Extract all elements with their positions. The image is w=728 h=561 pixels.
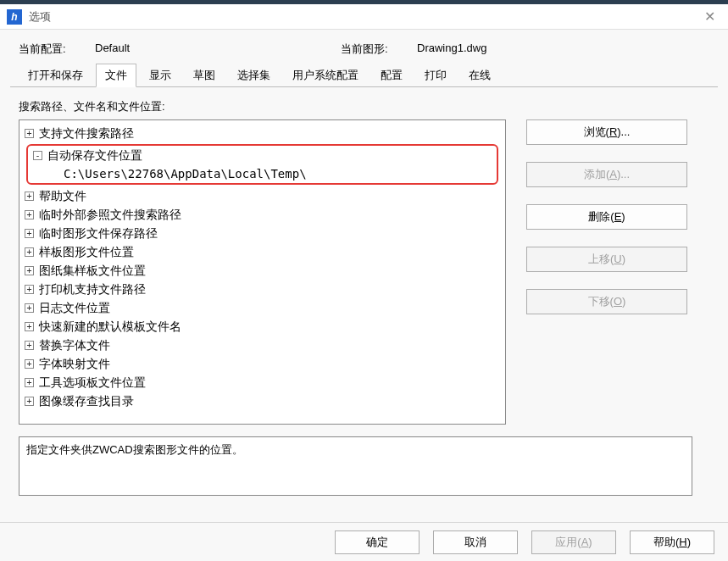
tree-item[interactable]: + 工具选项板文件位置 <box>21 373 503 392</box>
tree-item-label: 临时图形文件保存路径 <box>37 224 158 242</box>
expand-icon[interactable]: + <box>25 397 34 406</box>
tree-item-label: 日志文件位置 <box>37 298 110 317</box>
expand-icon[interactable]: + <box>25 247 34 257</box>
tree-item-label: 打印机支持文件路径 <box>37 280 146 298</box>
dialog-footer: 确定 取消 应用(A) 帮助(H) <box>0 522 728 561</box>
section-label: 搜索路径、文件名和文件位置: <box>19 99 709 114</box>
highlighted-item: - 自动保存文件位置 C:\Users\22768\AppData\Local\… <box>26 144 498 185</box>
tree-item-label: 样板图形文件位置 <box>37 242 134 261</box>
description-box: 指定文件夹供ZWCAD搜索图形文件的位置。 <box>19 436 692 496</box>
titlebar: h 选项 ✕ <box>0 4 728 30</box>
tree-item-label: 图纸集样板文件位置 <box>37 261 146 280</box>
tree-item[interactable]: + 图像缓存查找目录 <box>21 392 503 410</box>
tab-user-prefs[interactable]: 用户系统配置 <box>283 64 368 87</box>
current-profile-value: Default <box>95 42 341 57</box>
close-icon[interactable]: ✕ <box>699 8 720 25</box>
add-button: 添加(A)... <box>526 162 687 187</box>
current-drawing-label: 当前图形: <box>341 42 417 57</box>
tab-bar: 打开和保存 文件 显示 草图 选择集 用户系统配置 配置 打印 在线 <box>10 64 718 87</box>
expand-icon[interactable]: + <box>25 378 34 387</box>
expand-icon[interactable]: + <box>25 210 34 219</box>
tree-item[interactable]: + 字体映射文件 <box>21 354 503 373</box>
expand-icon[interactable]: + <box>25 285 34 294</box>
tree-item[interactable]: + 临时图形文件保存路径 <box>21 224 503 242</box>
current-drawing-value: Drawing1.dwg <box>417 42 486 57</box>
tab-config[interactable]: 配置 <box>371 64 412 87</box>
current-profile-label: 当前配置: <box>19 42 95 57</box>
tab-online[interactable]: 在线 <box>459 64 500 87</box>
tree-item[interactable]: - 自动保存文件位置 <box>30 146 495 164</box>
expand-icon[interactable]: + <box>25 303 34 313</box>
expand-icon[interactable]: + <box>25 129 34 138</box>
expand-icon[interactable]: + <box>25 266 34 275</box>
expand-icon[interactable]: + <box>25 229 34 238</box>
tree-item-label: 快速新建的默认模板文件名 <box>37 317 181 336</box>
file-paths-tree[interactable]: + 支持文件搜索路径 - 自动保存文件位置 C:\Users\22768\App… <box>19 119 506 425</box>
description-text: 指定文件夹供ZWCAD搜索图形文件的位置。 <box>26 443 243 456</box>
tab-selection[interactable]: 选择集 <box>228 64 280 87</box>
tree-item[interactable]: + 临时外部参照文件搜索路径 <box>21 205 503 224</box>
tree-item-label: 临时外部参照文件搜索路径 <box>37 205 181 224</box>
tree-item-label: 工具选项板文件位置 <box>37 373 146 392</box>
remove-button[interactable]: 删除(E) <box>526 204 687 230</box>
tree-item[interactable]: + 日志文件位置 <box>21 298 503 317</box>
tab-print[interactable]: 打印 <box>415 64 456 87</box>
tree-item[interactable]: + 样板图形文件位置 <box>21 242 503 261</box>
tree-item-label: 帮助文件 <box>37 186 86 205</box>
tree-item[interactable]: + 图纸集样板文件位置 <box>21 261 503 280</box>
browse-button[interactable]: 浏览(R)... <box>526 119 687 145</box>
tree-item[interactable]: + 帮助文件 <box>21 186 503 205</box>
expand-icon[interactable]: + <box>25 359 34 369</box>
apply-button: 应用(A) <box>531 530 616 554</box>
tree-item[interactable]: + 快速新建的默认模板文件名 <box>21 317 503 336</box>
tree-item-label: 自动保存文件位置 <box>46 146 142 164</box>
tab-draft[interactable]: 草图 <box>184 64 225 87</box>
tree-item-label: 替换字体文件 <box>37 336 110 354</box>
ok-button[interactable]: 确定 <box>335 530 420 554</box>
expand-icon[interactable]: + <box>25 192 34 201</box>
window-title: 选项 <box>29 9 51 25</box>
tab-file[interactable]: 文件 <box>96 64 136 87</box>
expand-icon[interactable]: + <box>25 322 34 331</box>
tab-open-save[interactable]: 打开和保存 <box>19 64 92 87</box>
tab-display[interactable]: 显示 <box>140 64 181 87</box>
profile-info: 当前配置: Default 当前图形: Drawing1.dwg <box>10 38 718 64</box>
help-button[interactable]: 帮助(H) <box>630 530 714 554</box>
tree-item[interactable]: + 打印机支持文件路径 <box>21 280 503 298</box>
tree-item[interactable]: + 替换字体文件 <box>21 336 503 354</box>
tree-item-label: 字体映射文件 <box>37 354 110 373</box>
tree-child-path[interactable]: C:\Users\22768\AppData\Local\Temp\ <box>30 164 495 183</box>
tree-child-label: C:\Users\22768\AppData\Local\Temp\ <box>64 164 307 183</box>
move-up-button: 上移(U) <box>526 247 687 272</box>
tree-item-label: 图像缓存查找目录 <box>37 392 134 410</box>
cancel-button[interactable]: 取消 <box>433 530 518 554</box>
tree-item-label: 支持文件搜索路径 <box>37 124 134 142</box>
app-icon: h <box>7 9 22 25</box>
collapse-icon[interactable]: - <box>33 151 42 160</box>
expand-icon[interactable]: + <box>25 341 34 350</box>
tree-item[interactable]: + 支持文件搜索路径 <box>21 124 503 142</box>
move-down-button: 下移(O) <box>526 289 687 314</box>
